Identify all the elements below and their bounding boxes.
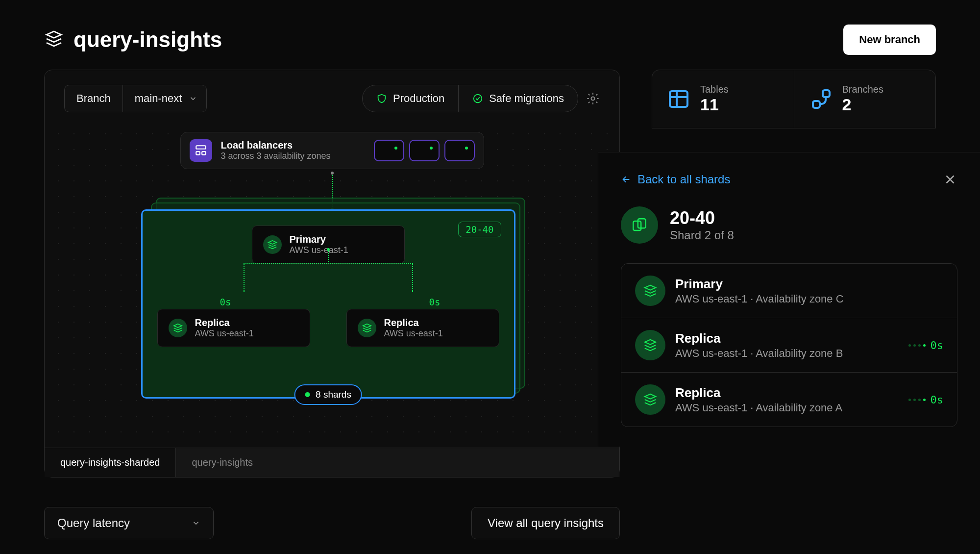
shard-node-row[interactable]: Primary AWS us-east-1 · Availability zon… — [621, 264, 957, 318]
page-title: query-insights — [74, 27, 222, 52]
shards-count-pill[interactable]: 8 shards — [294, 384, 362, 405]
chevron-down-icon — [189, 94, 197, 103]
load-balancer-node — [409, 140, 440, 161]
shard-node-title: Replica — [675, 385, 899, 401]
latency-dots-icon — [908, 344, 926, 347]
stat-branches[interactable]: Branches 2 — [794, 70, 936, 128]
shard-node-title: Replica — [675, 331, 899, 346]
branches-icon — [809, 87, 833, 111]
node-icon — [635, 330, 665, 360]
topology-panel: Branch main-next Production — [44, 70, 620, 478]
database-icon — [44, 29, 64, 50]
topology-tabs: query-insights-sharded query-insights — [45, 448, 619, 477]
replica-node-title: Replica — [195, 317, 254, 328]
query-latency-select[interactable]: Query latency — [44, 507, 214, 539]
branch-label: Branch — [64, 85, 122, 112]
tab-sharded[interactable]: query-insights-sharded — [45, 448, 176, 477]
shard-stack[interactable]: 20-40 Primary AWS us-east-1 — [146, 204, 518, 405]
branch-select[interactable]: main-next — [122, 85, 207, 112]
stat-tables[interactable]: Tables 11 — [652, 70, 794, 128]
svg-rect-3 — [196, 151, 200, 155]
svg-rect-6 — [813, 101, 820, 108]
svg-rect-9 — [638, 219, 646, 228]
replica-latency: 0s — [220, 297, 231, 307]
replica-node-region: AWS us-east-1 — [195, 328, 254, 339]
tables-icon — [667, 87, 690, 111]
shard-range-tag: 20-40 — [458, 222, 501, 237]
stat-tables-value: 11 — [700, 95, 729, 114]
tab-unsharded[interactable]: query-insights — [176, 448, 619, 477]
page-header: query-insights New branch — [0, 0, 980, 70]
shard-detail-panel: Back to all shards 20-40 Shard 2 of 8 Pr… — [598, 152, 980, 447]
latency-dots-icon — [908, 399, 926, 401]
svg-rect-5 — [670, 91, 687, 107]
replica-node-region: AWS us-east-1 — [384, 328, 443, 339]
production-badge[interactable]: Production — [363, 85, 459, 112]
shard-icon — [621, 206, 658, 244]
shard-node-title: Primary — [675, 277, 943, 292]
tree-connector — [244, 263, 413, 292]
load-balancer-node — [444, 140, 475, 161]
replica-node-title: Replica — [384, 317, 443, 328]
shard-node-latency: 0s — [908, 339, 944, 352]
primary-node-title: Primary — [290, 234, 348, 245]
replica-latency: 0s — [429, 297, 441, 307]
close-icon[interactable] — [943, 172, 957, 187]
node-icon — [635, 384, 665, 415]
gear-icon[interactable] — [586, 92, 600, 105]
load-balancer-node — [374, 140, 404, 161]
chevron-down-icon — [192, 519, 200, 528]
node-icon — [263, 235, 282, 254]
svg-rect-8 — [633, 221, 641, 230]
environment-pill: Production Safe migrations — [362, 85, 578, 112]
stats-row: Tables 11 Branches 2 — [652, 70, 936, 128]
shield-icon — [376, 93, 387, 104]
node-icon — [169, 319, 187, 337]
shard-node-subtitle: AWS us-east-1 · Availability zone B — [675, 347, 899, 360]
svg-rect-4 — [202, 151, 206, 155]
shard-node-row[interactable]: Replica AWS us-east-1 · Availability zon… — [621, 318, 957, 373]
svg-point-0 — [474, 95, 482, 103]
shard-node-row[interactable]: Replica AWS us-east-1 · Availability zon… — [621, 373, 957, 427]
topology-canvas: Load balancers 3 across 3 availability z… — [47, 122, 617, 446]
node-icon — [635, 276, 665, 306]
stat-tables-label: Tables — [700, 84, 729, 95]
node-icon — [358, 319, 376, 337]
shard-nodes-list: Primary AWS us-east-1 · Availability zon… — [621, 263, 957, 427]
stat-branches-label: Branches — [842, 84, 884, 95]
branch-value: main-next — [135, 92, 182, 105]
stat-branches-value: 2 — [842, 95, 884, 114]
new-branch-button[interactable]: New branch — [843, 25, 936, 55]
primary-node-region: AWS us-east-1 — [290, 245, 348, 255]
back-label: Back to all shards — [637, 173, 730, 186]
back-to-shards-link[interactable]: Back to all shards — [621, 173, 730, 186]
view-all-insights-button[interactable]: View all query insights — [471, 507, 620, 539]
svg-rect-2 — [196, 146, 206, 149]
shard-detail-title: 20-40 — [670, 208, 734, 228]
svg-rect-7 — [823, 90, 830, 97]
shard-detail-subtitle: Shard 2 of 8 — [670, 228, 734, 242]
status-dot-icon — [305, 392, 310, 397]
load-balancers-card[interactable]: Load balancers 3 across 3 availability z… — [180, 132, 484, 169]
shard-card: 20-40 Primary AWS us-east-1 — [141, 209, 515, 399]
query-latency-label: Query latency — [57, 516, 130, 530]
safe-migrations-badge[interactable]: Safe migrations — [459, 85, 578, 112]
topology-toolbar: Branch main-next Production — [45, 70, 619, 112]
shard-node-latency: 0s — [908, 394, 944, 406]
replica-node-card[interactable]: Replica AWS us-east-1 — [346, 309, 499, 347]
shards-count-label: 8 shards — [316, 389, 351, 400]
check-circle-icon — [472, 93, 483, 104]
load-balancers-subtitle: 3 across 3 availability zones — [221, 151, 365, 161]
load-balancers-title: Load balancers — [221, 140, 365, 151]
shard-node-subtitle: AWS us-east-1 · Availability zone C — [675, 293, 943, 305]
replica-node-card[interactable]: Replica AWS us-east-1 — [157, 309, 310, 347]
shard-node-subtitle: AWS us-east-1 · Availability zone A — [675, 402, 899, 414]
load-balancer-icon — [190, 139, 212, 162]
svg-point-1 — [591, 97, 595, 101]
arrow-left-icon — [621, 174, 632, 185]
